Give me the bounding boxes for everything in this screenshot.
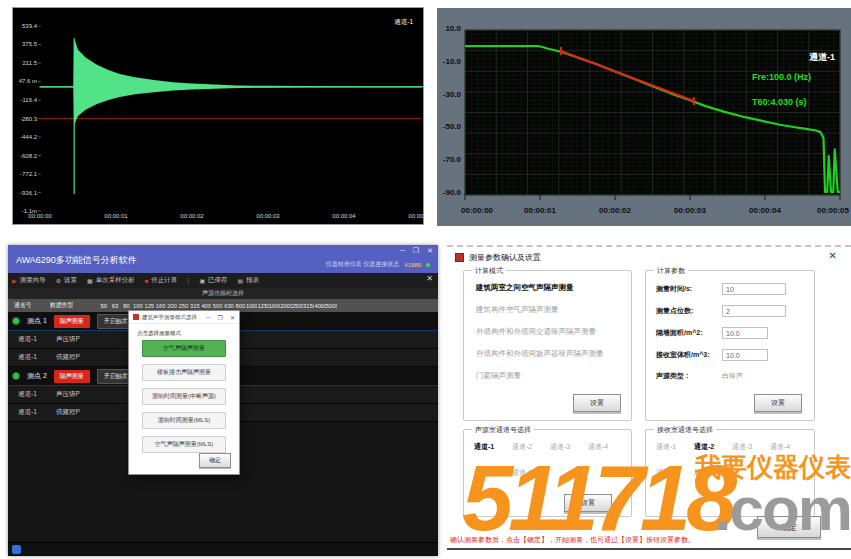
row-data-type: 声压级P: [56, 335, 116, 344]
source-channel-option[interactable]: 通道-6: [512, 468, 550, 494]
source-channel-option[interactable]: 通道-1: [474, 442, 512, 468]
settings-titlebar: 测量参数确认及设置: [455, 252, 541, 263]
header-cell: 250: [178, 303, 189, 309]
calc-mode-option[interactable]: 门窗隔声测量: [476, 371, 604, 381]
close-icon[interactable]: ✕: [427, 247, 433, 254]
calc-mode-option[interactable]: 建筑两室之间空气声隔声测量: [476, 283, 604, 293]
param-field-input[interactable]: [722, 349, 768, 361]
param-field-input[interactable]: [722, 283, 786, 295]
header-cell: 4000: [314, 303, 325, 309]
window-controls: ─❒✕: [400, 247, 433, 254]
header-cell: 3150: [303, 303, 314, 309]
mode-option-button[interactable]: 楼板撞击声隔声测量: [142, 364, 226, 381]
settings-close-icon[interactable]: ✕: [829, 251, 837, 261]
connection-status-dot: [426, 263, 430, 267]
header-cell: 630: [223, 303, 234, 309]
toolbar-item-gear[interactable]: ⚙设置: [56, 276, 77, 285]
dialog-minimize-icon[interactable]: ─: [206, 314, 210, 320]
calc-mode-option[interactable]: 外墙构件和外墙间扬声器噪声隔声测量: [476, 349, 604, 359]
save-icon: ▣: [199, 278, 205, 284]
receive-channel-option[interactable]: 通道-4: [770, 442, 808, 468]
svg-text:00:00:03: 00:00:03: [256, 213, 280, 219]
receive-channel-option[interactable]: 通道-6: [694, 468, 732, 494]
svg-text:00:00:01: 00:00:01: [524, 206, 557, 215]
svg-text:00:00:00: 00:00:00: [28, 213, 52, 219]
svg-text:00:00:00: 00:00:00: [461, 206, 494, 215]
settings-ok-button[interactable]: 确定: [757, 516, 821, 538]
header-cell: 50: [98, 303, 109, 309]
row-data-type: 倍频程P: [56, 353, 116, 362]
calc-param-set-button[interactable]: 设置: [754, 394, 802, 412]
svg-text:00:00:02: 00:00:02: [599, 206, 632, 215]
svg-text:00:00:03: 00:00:03: [674, 206, 707, 215]
minimize-icon[interactable]: ─: [400, 247, 405, 254]
svg-text:375.5: 375.5: [22, 41, 38, 47]
source-type-value: 白噪声: [722, 371, 743, 381]
svg-text:211.5: 211.5: [22, 60, 37, 66]
header-cell: 125: [144, 303, 155, 309]
row-channel: 通道-1: [8, 408, 56, 417]
calc-mode-option[interactable]: 建筑构件空气声隔声测量: [476, 305, 604, 315]
badge-measure[interactable]: 隔声测量: [54, 370, 90, 383]
channel-status-icon: [12, 372, 20, 380]
calc-mode-option[interactable]: 外墙构件和外墙间交通噪声隔声测量: [476, 327, 604, 337]
toolbar-item-label: 停止计算: [151, 276, 177, 285]
svg-text:00:00:05: 00:00:05: [817, 206, 850, 215]
header-cell: 通道号: [8, 301, 50, 310]
toolbar-item-stop[interactable]: ■停止计算: [145, 276, 178, 285]
decay-chart: 10.0-10.0-30.0-50.0-70.0-90.000:00:0000:…: [437, 8, 851, 226]
param-field-label: 测量时间/s:: [656, 284, 722, 294]
source-channel-option[interactable]: 通道-4: [588, 442, 626, 468]
svg-text:T60:4.030 (s): T60:4.030 (s): [752, 97, 807, 107]
mode-option-button[interactable]: 混响时间测量(中断声源): [142, 388, 226, 405]
source-channel-option[interactable]: 通道-3: [550, 442, 588, 468]
header-cell: 500: [212, 303, 223, 309]
toolbar-item-save[interactable]: ▣已保存: [199, 276, 227, 285]
dialog-close-icon[interactable]: ✕: [230, 314, 235, 321]
svg-text:-116.4: -116.4: [20, 97, 37, 103]
param-field-input[interactable]: [722, 327, 768, 339]
toolbar-close-icon[interactable]: ✕: [426, 275, 433, 283]
param-field-label: 隔墙面积/m^2:: [656, 328, 722, 338]
row-channel: 通道-1: [8, 335, 56, 344]
receive-channel-option[interactable]: 通道-3: [732, 442, 770, 468]
mode-option-button[interactable]: 空气声隔声测量(MLS): [142, 436, 226, 453]
param-field-input[interactable]: [722, 305, 786, 317]
svg-text:通道-1: 通道-1: [809, 52, 835, 62]
maximize-icon[interactable]: ❒: [413, 247, 419, 254]
decay-panel: 10.0-10.0-30.0-50.0-70.0-90.000:00:0000:…: [437, 8, 851, 226]
mode-ok-button[interactable]: 确定: [199, 453, 231, 468]
stop-icon: ■: [145, 278, 149, 284]
toolbar-item-report[interactable]: ▤报表: [238, 276, 260, 285]
svg-text:-90.0: -90.0: [443, 188, 462, 197]
source-room-set-button[interactable]: 设置: [564, 494, 612, 512]
calc-param-group-title: 计算参数: [654, 266, 688, 276]
svg-text:00:00:04: 00:00:04: [749, 206, 782, 215]
mode-option-button[interactable]: 空气声隔声测量: [142, 340, 226, 357]
toolbar-item-sample[interactable]: ▦单次采样分析: [87, 276, 135, 285]
calc-mode-set-button[interactable]: 设置: [573, 394, 621, 412]
dialog-maximize-icon[interactable]: ❒: [218, 314, 223, 321]
report-icon: ▤: [238, 278, 244, 284]
header-cell: 1000: [246, 303, 257, 309]
mode-dialog-title: 建筑声学测量模式选择: [142, 314, 199, 321]
toolbar-separator: |: [187, 276, 189, 285]
source-channel-option[interactable]: 通道-5: [474, 468, 512, 494]
receive-channel-option[interactable]: 通道-1: [656, 442, 694, 468]
source-room-channels: 通道-1通道-2通道-3通道-4通道-5通道-6: [474, 442, 626, 494]
source-room-group-title: 声源室通道号选择: [472, 425, 534, 435]
header-cell: 315: [189, 303, 200, 309]
statusbar-icon[interactable]: [12, 545, 21, 554]
toolbar-item-wizard[interactable]: ▶测量向导: [12, 276, 46, 285]
source-channel-option[interactable]: 通道-2: [512, 442, 550, 468]
measure-point-name: 测点 2: [27, 371, 47, 381]
receive-channel-option[interactable]: 通道-5: [656, 468, 694, 494]
mode-dialog-titlebar: 建筑声学测量模式选择 ─ ❒ ✕: [129, 311, 239, 324]
svg-text:-936.1: -936.1: [20, 190, 38, 196]
receive-room-channels: 通道-1通道-2通道-3通道-4通道-5通道-6: [656, 442, 808, 494]
receive-channel-option[interactable]: 通道-2: [694, 442, 732, 468]
toolbar-item-label: 测量向导: [20, 276, 46, 285]
header-cell: 数据类型: [50, 301, 98, 310]
badge-measure[interactable]: 隔声测量: [54, 315, 90, 328]
mode-option-button[interactable]: 混响时间测量(MLS): [142, 412, 226, 429]
